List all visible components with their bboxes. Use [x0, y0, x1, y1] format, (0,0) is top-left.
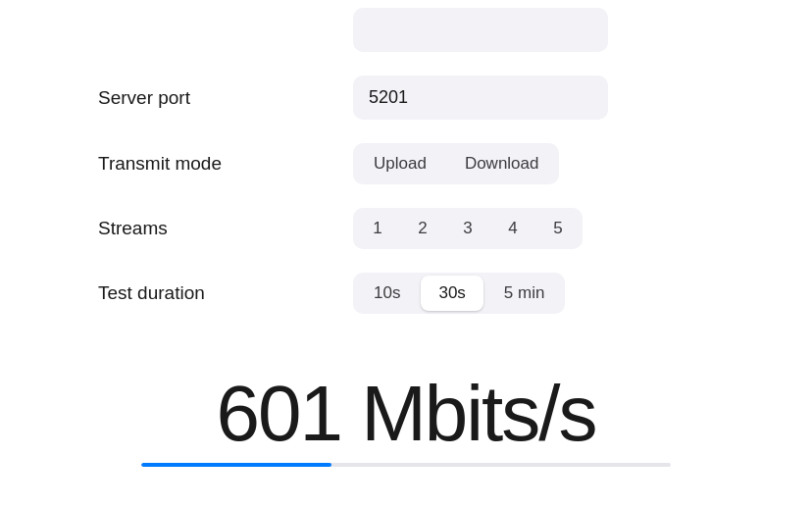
stream-2-button[interactable]: 2 — [401, 211, 444, 246]
settings-form: Server port Transmit mode Upload Downloa… — [0, 64, 812, 326]
stream-1-button[interactable]: 1 — [356, 211, 399, 246]
top-input-area — [0, 0, 812, 64]
transmit-mode-segment-group: Upload Download — [353, 143, 559, 184]
stream-3-button[interactable]: 3 — [446, 211, 489, 246]
download-button[interactable]: Download — [447, 146, 557, 181]
duration-10s-button[interactable]: 10s — [356, 276, 418, 311]
test-duration-segment-group: 10s 30s 5 min — [353, 273, 565, 314]
transmit-mode-row: Transmit mode Upload Download — [98, 131, 714, 196]
test-duration-label: Test duration — [98, 282, 353, 304]
server-host-input[interactable] — [353, 8, 608, 52]
speed-result: 601 Mbits/s — [216, 375, 595, 453]
streams-control: 1 2 3 4 5 — [353, 208, 714, 249]
test-duration-control: 10s 30s 5 min — [353, 273, 714, 314]
transmit-mode-control: Upload Download — [353, 143, 714, 184]
server-port-control — [353, 76, 714, 120]
server-port-input[interactable] — [353, 76, 608, 120]
stream-5-button[interactable]: 5 — [536, 211, 580, 246]
duration-5min-button[interactable]: 5 min — [486, 276, 563, 311]
result-section: 601 Mbits/s — [0, 355, 812, 467]
progress-bar-container — [141, 463, 671, 467]
progress-bar-fill — [141, 463, 331, 467]
stream-4-button[interactable]: 4 — [491, 211, 534, 246]
streams-label: Streams — [98, 218, 353, 239]
streams-segment-group: 1 2 3 4 5 — [353, 208, 583, 249]
server-port-row: Server port — [98, 64, 714, 131]
transmit-mode-label: Transmit mode — [98, 153, 353, 175]
duration-30s-button[interactable]: 30s — [421, 276, 482, 311]
streams-row: Streams 1 2 3 4 5 — [98, 196, 714, 261]
test-duration-row: Test duration 10s 30s 5 min — [98, 261, 714, 326]
upload-button[interactable]: Upload — [356, 146, 444, 181]
server-port-label: Server port — [98, 87, 353, 109]
